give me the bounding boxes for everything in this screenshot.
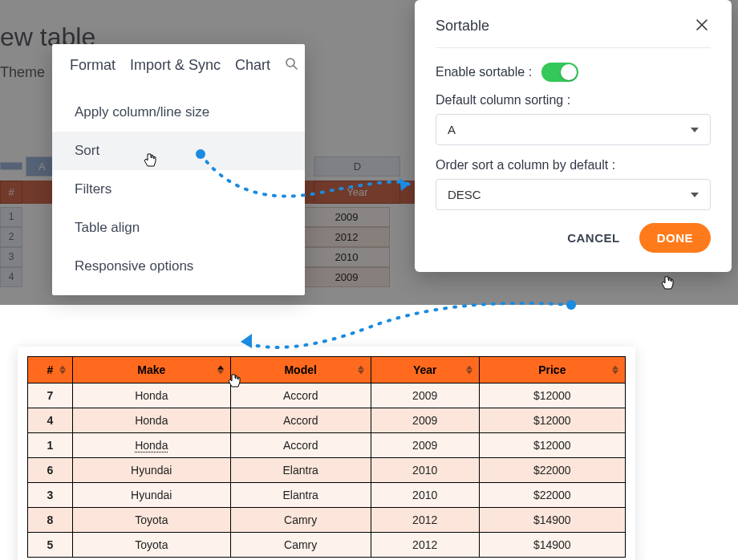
- menu-item-table-align[interactable]: Table align: [52, 209, 305, 247]
- enable-sortable-toggle[interactable]: [541, 63, 578, 82]
- menu-item-filters[interactable]: Filters: [52, 170, 305, 209]
- sortable-dialog: Sortable Enable sortable : Default colum…: [415, 0, 732, 272]
- table-row: 3 Hyundai Elantra 2010 $22000: [28, 483, 626, 508]
- table-row: 8 Toyota Camry 2012 $14900: [28, 508, 626, 533]
- sort-icon: [59, 366, 66, 375]
- table-row: 6 Hyundai Elantra 2010 $22000: [28, 458, 626, 483]
- menu-tab-strip: Format Import & Sync Chart: [52, 44, 305, 85]
- table-row: 1 Honda Accord 2009 $12000: [28, 433, 626, 458]
- tab-chart[interactable]: Chart: [235, 57, 270, 74]
- format-menu: Format Import & Sync Chart Apply column/…: [52, 44, 305, 295]
- sort-icon: [466, 366, 472, 375]
- close-icon[interactable]: [693, 16, 711, 36]
- order-sort-value: DESC: [448, 188, 481, 201]
- menu-item-apply-size[interactable]: Apply column/line size: [52, 93, 305, 132]
- th-idx[interactable]: #: [28, 357, 73, 383]
- table-row: 7 Honda Accord 2009 $12000: [28, 383, 626, 408]
- result-table-body: 7 Honda Accord 2009 $12000 4 Honda Accor…: [28, 383, 626, 558]
- result-table-card: # Make Model Year Price 7 Ho: [18, 347, 635, 560]
- table-row: 4 Honda Accord 2009 $12000: [28, 408, 626, 433]
- sort-icon: [612, 366, 618, 375]
- default-column-label: Default column sorting :: [436, 93, 711, 108]
- svg-line-1: [294, 66, 297, 69]
- result-table: # Make Model Year Price 7 Ho: [27, 356, 626, 558]
- th-model[interactable]: Model: [230, 357, 371, 383]
- chevron-down-icon: [691, 128, 699, 132]
- th-price[interactable]: Price: [479, 357, 625, 383]
- done-button[interactable]: DONE: [639, 223, 711, 253]
- th-year[interactable]: Year: [371, 357, 479, 383]
- menu-item-responsive[interactable]: Responsive options: [52, 247, 305, 286]
- enable-sortable-label: Enable sortable :: [436, 65, 532, 79]
- order-sort-label: Order sort a column by default :: [436, 158, 711, 172]
- dialog-title: Sortable: [436, 18, 489, 34]
- th-make[interactable]: Make: [73, 357, 231, 383]
- menu-item-sort[interactable]: Sort: [52, 132, 305, 170]
- search-icon[interactable]: [285, 57, 298, 74]
- tab-format[interactable]: Format: [70, 57, 116, 74]
- default-column-select[interactable]: A: [436, 114, 711, 145]
- chevron-down-icon: [691, 193, 699, 197]
- sort-icon: [217, 366, 224, 375]
- default-column-value: A: [448, 123, 456, 136]
- order-sort-select[interactable]: DESC: [436, 179, 711, 210]
- tab-import-sync[interactable]: Import & Sync: [130, 57, 221, 74]
- cancel-button[interactable]: CANCEL: [564, 225, 623, 251]
- sort-icon: [358, 366, 364, 375]
- table-row: 5 Toyota Camry 2012 $14900: [28, 533, 626, 558]
